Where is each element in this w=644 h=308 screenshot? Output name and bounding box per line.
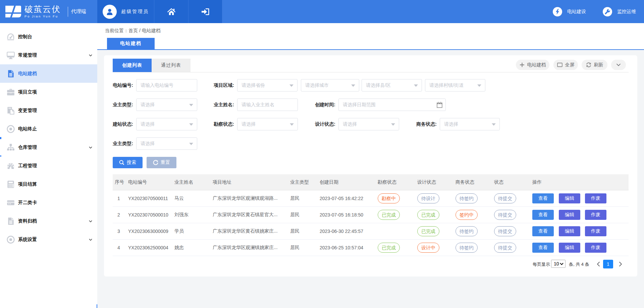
current-page-button[interactable]: 1 [603, 260, 613, 268]
col-header-design: 设计状态 [417, 179, 455, 185]
sidebar-item-label: 常规管理 [18, 52, 37, 58]
cell-address: 广东深圳龙华区观澜镇姚家庄... [213, 245, 290, 251]
sidebar-item-system-settings[interactable]: 系统设置 [0, 230, 97, 249]
survey-status-select[interactable]: 请选择 [237, 118, 298, 130]
sidebar-item-project-settlement[interactable]: 项目结算 [0, 175, 97, 193]
signout-button[interactable] [189, 0, 222, 23]
nav-station-build-label: 电站建设 [567, 9, 586, 15]
station-no-input[interactable]: 请输入电站编号 [136, 79, 197, 91]
calendar-icon [437, 102, 442, 108]
status-badge: 待提交 [494, 226, 516, 236]
sidebar-item-general-mgmt[interactable]: 常规管理 [0, 46, 97, 64]
create-station-button[interactable]: 电站建档 [516, 60, 549, 70]
caret-down-icon [351, 84, 355, 87]
nav-monitor-ops[interactable]: 监控运维 [603, 7, 636, 16]
dashboard-icon [7, 33, 15, 41]
page-tab-station-archive[interactable]: 电站建档 [107, 38, 155, 49]
status-badge: 待提交 [494, 193, 516, 203]
business-status-badge: 待签约 [455, 243, 478, 253]
sidebar-item-label: 仓库管理 [18, 144, 37, 150]
view-button[interactable]: 查看 [532, 193, 554, 203]
sidebar-item-station-archive[interactable]: 电站建档 [0, 64, 97, 83]
province-select[interactable]: 请选择省份 [237, 79, 298, 91]
table-row: 4 YX2023062500004 姚忠 广东深圳龙华区观澜镇姚家庄... 居民… [113, 240, 629, 256]
sidebar-scroll-mark-top [0, 137, 1, 139]
fullscreen-button[interactable]: 全屏 [553, 60, 578, 70]
per-page-select[interactable]: 10 [551, 260, 566, 268]
edit-button[interactable]: 编辑 [559, 243, 580, 253]
bank-card-icon [7, 199, 15, 207]
view-button[interactable]: 查看 [532, 243, 554, 253]
edit-button[interactable]: 编辑 [559, 193, 580, 203]
create-time-input[interactable]: 请选择日期范围 [338, 99, 446, 111]
void-button[interactable]: 作废 [585, 210, 606, 220]
cell-type: 居民 [290, 195, 320, 201]
business-status-select[interactable]: 请选择 [440, 118, 500, 130]
user-name: 超级管理员 [121, 9, 149, 15]
sidebar-item-warehouse-mgmt[interactable]: 仓库管理 [0, 138, 97, 157]
edit-button[interactable]: 编辑 [559, 226, 580, 236]
cell-survey-status: 已完成 [378, 210, 417, 220]
sidebar-item-project-initiation[interactable]: 项目立项 [0, 83, 97, 101]
chevron-down-icon [616, 63, 621, 66]
business-status-badge: 签约中 [455, 210, 478, 220]
cell-owner: 姚忠 [174, 245, 213, 251]
county-select[interactable]: 请选择县/区 [362, 79, 422, 91]
business-status-badge: 待签约 [455, 193, 478, 203]
sidebar-item-station-terminate[interactable]: 电站终止 [0, 120, 97, 138]
sidebar-item-open-card[interactable]: 开二类卡 [0, 193, 97, 212]
nav-station-build[interactable]: 电站建设 [553, 7, 586, 16]
reset-button[interactable]: 重置 [147, 157, 176, 168]
view-button[interactable]: 查看 [532, 210, 554, 220]
sidebar-item-change-mgmt[interactable]: 变更管理 [0, 101, 97, 120]
search-button[interactable]: 搜索 [113, 157, 143, 168]
sidebar-item-label: 开二类卡 [18, 200, 37, 206]
owner-type-placeholder: 请选择 [141, 102, 155, 108]
home-button[interactable] [154, 0, 189, 23]
void-button[interactable]: 作废 [585, 243, 606, 253]
chevron-left-icon [597, 261, 600, 267]
design-status-select[interactable]: 请选择 [338, 118, 399, 130]
sidebar-item-label: 工程管理 [18, 163, 37, 169]
build-status-select[interactable]: 请选择 [136, 118, 197, 130]
prev-page-button[interactable] [594, 260, 602, 268]
status-badge: 待提交 [494, 243, 516, 253]
pagination: 每页显示 10 条, 共 4 条 1 [104, 259, 637, 269]
city-select[interactable]: 请选择城市 [301, 79, 359, 91]
void-button[interactable]: 作废 [585, 193, 606, 203]
refresh-button[interactable]: 刷新 [582, 60, 607, 70]
owner-name-placeholder: 请输入业主姓名 [241, 102, 274, 108]
owner-name-input[interactable]: 请输入业主姓名 [237, 99, 298, 111]
view-button[interactable]: 查看 [532, 226, 554, 236]
next-page-button[interactable] [616, 260, 625, 268]
filter-label-survey-status: 勘察状态: [205, 118, 237, 130]
town-placeholder: 请选择村镇/街道 [429, 82, 464, 88]
breadcrumb-path[interactable]: 首页 / 电站建档 [128, 28, 161, 33]
cell-status: 待提交 [494, 243, 532, 253]
sidebar-item-data-archive[interactable]: 资料归档 [0, 212, 97, 230]
stop-circle-icon [7, 125, 15, 133]
search-icon [119, 160, 124, 165]
owner-type-select[interactable]: 请选择 [136, 99, 197, 111]
filter-label-business-status: 商务状态: [408, 118, 440, 130]
cell-type: 居民 [290, 228, 320, 234]
briefcase-icon [7, 88, 15, 96]
brand-portal-label: 代理端 [71, 8, 86, 15]
sidebar-item-engineering-mgmt[interactable]: 工程管理 [0, 157, 97, 175]
cell-design-status: 待设计 [417, 193, 455, 203]
filter-label-region: 项目区域: [205, 79, 237, 91]
cell-status: 待提交 [494, 193, 532, 203]
sidebar-item-console[interactable]: 控制台 [0, 27, 97, 46]
cell-station-no: YX2023063000009 [128, 229, 174, 234]
void-button[interactable]: 作废 [585, 226, 606, 236]
reset-icon [153, 160, 158, 165]
top-header: 破茧云伏 Po Jian Yun Fu 代理端 超级管理员 [0, 0, 644, 23]
edit-button[interactable]: 编辑 [559, 210, 580, 220]
tab-create-list[interactable]: 创建列表 [113, 59, 152, 72]
town-select[interactable]: 请选择村镇/街道 [425, 79, 485, 91]
cell-address: 广东深圳龙华区黄石镇姚家庄... [213, 228, 290, 234]
user-menu[interactable]: 超级管理员 [97, 0, 154, 23]
collapse-button[interactable] [611, 60, 626, 70]
tab-pass-list[interactable]: 通过列表 [152, 59, 191, 72]
owner-type2-select[interactable]: 请选择 [136, 137, 197, 150]
